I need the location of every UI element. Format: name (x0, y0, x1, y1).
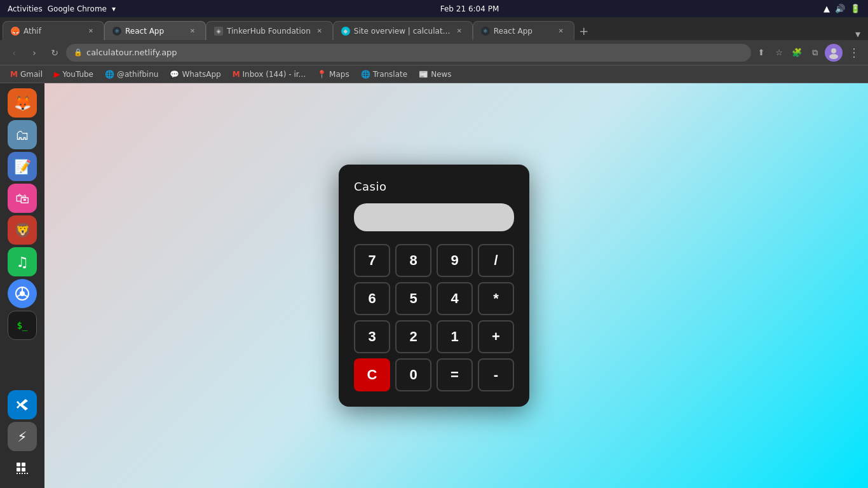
btn-4[interactable]: 4 (437, 282, 473, 315)
bookmark-star-button[interactable]: ☆ (771, 45, 787, 60)
tab-title-react2: React App (494, 27, 552, 36)
bookmark-label-whatsapp: WhatsApp (182, 70, 220, 79)
tab-close-athif[interactable]: ✕ (86, 26, 96, 36)
sidebar-icon-writer[interactable]: 📝 (8, 152, 37, 181)
btn-multiply[interactable]: * (478, 282, 514, 315)
tab-close-tinkerhub[interactable]: ✕ (315, 26, 325, 36)
forward-button[interactable]: › (25, 44, 43, 62)
browser-window: 🦊 Athif ✕ ⚛ React App ✕ ◈ TinkerHub Foun… (0, 17, 868, 488)
sidebar-icon-files[interactable]: 🗂 (8, 120, 37, 149)
wifi-icon: ▲ (824, 4, 830, 13)
app-menu-arrow[interactable]: ▾ (112, 4, 116, 13)
btn-divide[interactable]: / (478, 244, 514, 277)
terminal-icon-text: $_ (17, 320, 28, 330)
tab-favicon-site: ◆ (341, 27, 350, 36)
btn-minus[interactable]: - (478, 358, 514, 391)
tab-favicon-react2: ⚛ (481, 27, 490, 36)
btn-equals[interactable]: = (437, 358, 473, 391)
svg-rect-12 (19, 473, 20, 474)
tab-title-react1: React App (125, 27, 184, 36)
new-tab-button[interactable]: + (574, 21, 593, 40)
app-menu-label[interactable]: Google Chrome (48, 4, 107, 13)
tab-react-app-1[interactable]: ⚛ React App ✕ (104, 21, 206, 40)
sidebar-icon-appstore[interactable]: 🛍 (8, 184, 37, 213)
tab-athif[interactable]: 🦊 Athif ✕ (3, 21, 104, 40)
tab-site-overview[interactable]: ◆ Site overview | calculato... ✕ (333, 21, 473, 40)
bookmark-youtube[interactable]: ▶ YouTube (49, 69, 98, 80)
bookmark-favicon-gmail: M (10, 70, 18, 79)
bookmark-maps[interactable]: 📍 Maps (312, 69, 355, 80)
tab-tinkerhub[interactable]: ◈ TinkerHub Foundation ✕ (206, 21, 333, 40)
datetime-display: Feb 21 6:04 PM (440, 4, 499, 13)
tab-dropdown-button[interactable]: ▾ (850, 28, 865, 40)
btn-6[interactable]: 6 (354, 282, 390, 315)
btn-0[interactable]: 0 (395, 358, 431, 391)
profile-button[interactable] (825, 44, 843, 62)
bookmark-gmail[interactable]: M Gmail (5, 69, 48, 80)
sidebar-icon-grid[interactable] (8, 454, 37, 483)
page-content: 🦊 🗂 📝 🛍 🦁 ♫ $_ (0, 83, 868, 488)
btn-3[interactable]: 3 (354, 320, 390, 353)
svg-rect-11 (17, 473, 18, 474)
bookmark-news[interactable]: 📰 News (414, 69, 456, 80)
extension-button[interactable]: 🧩 (789, 45, 804, 60)
btn-9[interactable]: 9 (437, 244, 473, 277)
btn-plus[interactable]: + (478, 320, 514, 353)
profile-avatar (827, 46, 840, 59)
reload-button[interactable]: ↻ (46, 44, 64, 62)
tab-bar: 🦊 Athif ✕ ⚛ React App ✕ ◈ TinkerHub Foun… (0, 17, 868, 40)
bookmark-label-maps: Maps (329, 70, 349, 79)
bookmark-translate[interactable]: 🌐 Translate (356, 69, 413, 80)
svg-rect-15 (27, 473, 28, 474)
share-button[interactable]: ⬆ (754, 45, 769, 60)
url-text[interactable]: calculatour.netlify.app (86, 48, 743, 57)
activities-label[interactable]: Activities (8, 4, 43, 13)
bookmark-label-gmail: Gmail (20, 70, 43, 79)
sound-icon: 🔊 (835, 4, 845, 13)
svg-rect-13 (22, 473, 23, 474)
bookmark-favicon-translate: 🌐 (361, 70, 370, 79)
bookmark-favicon-youtube: ▶ (54, 70, 60, 79)
svg-rect-14 (24, 473, 25, 474)
url-bar-area: ‹ › ↻ 🔒 calculatour.netlify.app ⬆ ☆ 🧩 ⧉ … (0, 40, 868, 65)
btn-8[interactable]: 8 (395, 244, 431, 277)
bookmark-label-youtube: YouTube (62, 70, 93, 79)
tab-close-react2[interactable]: ✕ (556, 26, 566, 36)
btn-2[interactable]: 2 (395, 320, 431, 353)
bookmark-inbox[interactable]: M Inbox (144) - ir... (227, 69, 311, 80)
bookmark-label-news: News (431, 70, 451, 79)
btn-clear[interactable]: C (354, 358, 390, 391)
sidebar-icon-vscode[interactable] (8, 390, 37, 419)
svg-rect-8 (22, 463, 25, 466)
tab-title-athif: Athif (24, 27, 82, 36)
sidebar-icon-spotify[interactable]: ♫ (8, 247, 37, 276)
btn-5[interactable]: 5 (395, 282, 431, 315)
url-bar[interactable]: 🔒 calculatour.netlify.app (66, 44, 751, 62)
back-button[interactable]: ‹ (5, 44, 23, 62)
split-view-button[interactable]: ⧉ (807, 45, 822, 60)
tab-close-react1[interactable]: ✕ (187, 26, 198, 36)
grid-icon (15, 461, 29, 475)
bookmark-favicon-whatsapp: 💬 (170, 70, 179, 79)
sidebar-icon-chrome[interactable] (8, 279, 37, 308)
chrome-menu-button[interactable]: ⋮ (845, 44, 863, 62)
sidebar-icon-brave[interactable]: 🦁 (8, 215, 37, 245)
bookmark-whatsapp[interactable]: 💬 WhatsApp (165, 69, 226, 80)
btn-7[interactable]: 7 (354, 244, 390, 277)
gnome-sidebar: 🦊 🗂 📝 🛍 🦁 ♫ $_ (0, 83, 44, 488)
tab-close-site[interactable]: ✕ (454, 26, 465, 36)
svg-point-1 (829, 54, 838, 59)
bookmark-label-translate: Translate (373, 70, 408, 79)
svg-rect-7 (17, 463, 20, 466)
sidebar-icon-usb[interactable]: ⚡ (8, 422, 37, 451)
bookmark-athifbinu[interactable]: 🌐 @athifbinu (100, 69, 163, 80)
svg-line-6 (17, 295, 20, 297)
sidebar-icon-firefox[interactable]: 🦊 (8, 88, 37, 118)
battery-icon: 🔋 (850, 4, 860, 13)
svg-line-5 (24, 295, 27, 297)
tab-react-app-2[interactable]: ⚛ React App ✕ (473, 21, 574, 40)
sidebar-icon-terminal[interactable]: $_ (8, 311, 37, 340)
tab-title-tinkerhub: TinkerHub Foundation (227, 27, 311, 36)
system-bar: Activities Google Chrome ▾ Feb 21 6:04 P… (0, 0, 868, 17)
btn-1[interactable]: 1 (437, 320, 473, 353)
